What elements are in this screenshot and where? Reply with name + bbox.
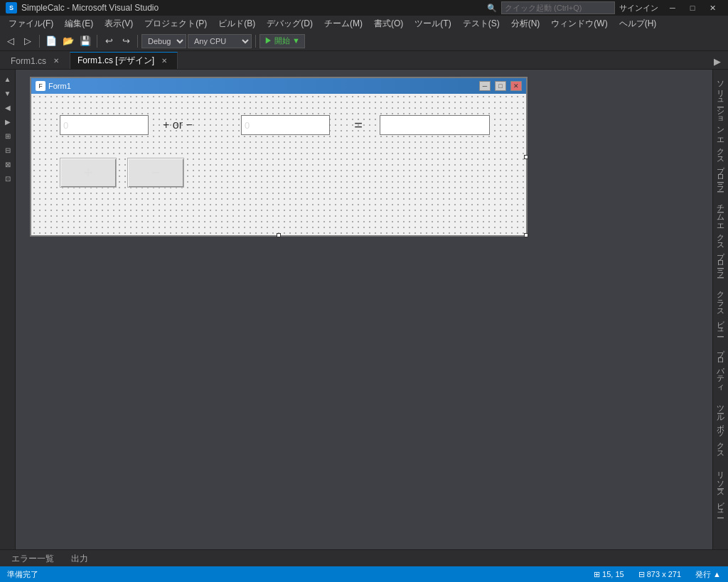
left-rail-btn1[interactable]: ▲ — [1, 72, 14, 85]
menu-item-T[interactable]: ツール(T) — [409, 16, 456, 31]
form-app-icon: F — [36, 81, 46, 91]
textbox1-value: 0 — [63, 120, 68, 131]
form-minimize-btn[interactable]: ─ — [479, 81, 491, 91]
menu-item-W[interactable]: ウィンドウ(W) — [545, 16, 613, 31]
tab-form1cs-design-label: Form1.cs [デザイン] — [77, 55, 154, 67]
toolbar-sep2 — [97, 35, 97, 48]
menu-item-P[interactable]: プロジェクト(P) — [139, 16, 213, 31]
textbox3[interactable] — [380, 115, 490, 135]
menu-item-S[interactable]: テスト(S) — [457, 16, 505, 31]
menu-item-B[interactable]: ビルド(B) — [213, 16, 261, 31]
bottom-tab-errors[interactable]: エラー一覧 — [3, 551, 63, 566]
status-branch[interactable]: 発行 ▲ — [695, 569, 721, 580]
handle-bottom-center[interactable] — [277, 233, 281, 237]
toolbar-sep3 — [137, 35, 138, 48]
textbox1[interactable]: 0 — [60, 115, 149, 135]
textbox2-value: 0 — [245, 120, 250, 131]
right-panel-toolbox[interactable]: ツールボックス — [714, 394, 727, 460]
toolbar-sep1 — [39, 35, 40, 48]
handle-bottom-right[interactable] — [524, 233, 528, 237]
bottom-tabs: エラー一覧 出力 — [0, 549, 728, 566]
toolbar-redo-btn[interactable]: ↪ — [118, 33, 134, 49]
app-icon: S — [6, 2, 17, 14]
app-title: SimpleCalc - Microsoft Visual Studio — [21, 3, 159, 13]
left-rail-btn5[interactable]: ⊞ — [1, 129, 14, 142]
toolbar-save-btn[interactable]: 💾 — [77, 33, 93, 49]
operator-label: + or − — [163, 115, 234, 135]
config-select[interactable]: Debug — [141, 34, 186, 48]
left-rail-btn8[interactable]: ⊡ — [1, 172, 14, 185]
tab-scroll-right[interactable]: ▶ — [710, 53, 725, 69]
tab-form1cs-design-close[interactable]: ✕ — [159, 55, 170, 67]
toolbar-undo-btn[interactable]: ↩ — [101, 33, 117, 49]
status-ready: 準備完了 — [7, 569, 38, 580]
form-body[interactable]: 0 + or − 0 = + — [31, 94, 526, 235]
left-rail-btn7[interactable]: ⊠ — [1, 158, 14, 171]
form-title-text: Form1 — [48, 82, 475, 90]
left-rail-btn2[interactable]: ▼ — [1, 87, 14, 99]
start-button[interactable]: ▶ 開始 ▼ — [259, 34, 305, 48]
close-button[interactable]: ✕ — [702, 0, 722, 16]
tab-bar: Form1.cs ✕ Form1.cs [デザイン] ✕ ▶ — [0, 51, 728, 70]
status-position: ⊞ 15, 15 — [594, 570, 624, 579]
platform-select[interactable]: Any CPU — [188, 34, 252, 48]
menu-item-V[interactable]: 表示(V) — [99, 16, 139, 31]
form-close-btn[interactable]: ✕ — [510, 81, 522, 91]
toolbar-fwd-btn[interactable]: ▷ — [20, 33, 36, 49]
toolbar-open-btn[interactable]: 📂 — [60, 33, 76, 49]
maximize-button[interactable]: □ — [682, 0, 702, 16]
bottom-tab-output[interactable]: 出力 — [63, 551, 97, 566]
menu-items: ファイル(F)編集(E)表示(V)プロジェクト(P)ビルド(B)デバッグ(D)チ… — [3, 16, 662, 31]
right-panel-team[interactable]: チーム エクスプローラー — [714, 193, 727, 279]
menu-item-O[interactable]: 書式(O) — [368, 16, 409, 31]
main-layout: ▲ ▼ ◀ ▶ ⊞ ⊟ ⊠ ⊡ F Form1 ─ □ ✕ 0 — [0, 70, 728, 549]
right-panel-props[interactable]: プロパティ — [714, 338, 727, 394]
minimize-button[interactable]: ─ — [663, 0, 682, 16]
equals-label: = — [344, 115, 373, 135]
right-panel-solution[interactable]: ソリューション エクスプローラー — [714, 70, 727, 193]
menu-item-F[interactable]: ファイル(F) — [3, 16, 59, 31]
tab-form1cs-design[interactable]: Form1.cs [デザイン] ✕ — [70, 52, 178, 69]
left-rail-btn3[interactable]: ◀ — [1, 101, 14, 114]
form-maximize-btn[interactable]: □ — [495, 81, 506, 91]
menu-bar: ファイル(F)編集(E)表示(V)プロジェクト(P)ビルド(B)デバッグ(D)チ… — [0, 16, 728, 31]
toolbar-new-btn[interactable]: 📄 — [43, 33, 59, 49]
tab-form1cs-close[interactable]: ✕ — [50, 55, 62, 67]
title-bar: S SimpleCalc - Microsoft Visual Studio 🔍… — [0, 0, 728, 16]
form-title-bar[interactable]: F Form1 ─ □ ✕ — [31, 78, 526, 94]
right-panels: ソリューション エクスプローラー チーム エクスプローラー クラス ビュー プロ… — [712, 70, 728, 549]
quick-search-icon: 🔍 — [487, 4, 497, 13]
menu-item-E[interactable]: 編集(E) — [59, 16, 99, 31]
designer-area: F Form1 ─ □ ✕ 0 + or − 0 — [16, 70, 712, 549]
left-rail-btn4[interactable]: ▶ — [1, 115, 14, 128]
window-controls: ─ □ ✕ — [663, 0, 722, 16]
toolbar-back-btn[interactable]: ◁ — [3, 33, 18, 49]
menu-item-H[interactable]: ヘルプ(H) — [614, 16, 663, 31]
textbox2[interactable]: 0 — [241, 115, 330, 135]
toolbar: ◁ ▷ 📄 📂 💾 ↩ ↪ Debug Any CPU ▶ 開始 ▼ — [0, 31, 728, 51]
profile-label: サインイン — [619, 3, 658, 14]
handle-right-center[interactable] — [524, 155, 528, 159]
right-panel-7flap[interactable]: リソース ビュー — [714, 460, 727, 519]
plus-button[interactable]: + — [60, 158, 117, 188]
status-bar: 準備完了 ⊞ 15, 15 ⊟ 873 x 271 発行 ▲ — [0, 566, 728, 582]
menu-item-M[interactable]: チーム(M) — [318, 16, 368, 31]
menu-item-D[interactable]: デバッグ(D) — [261, 16, 318, 31]
minus-button[interactable]: − — [127, 158, 184, 188]
tab-form1cs-label: Form1.cs — [11, 56, 46, 66]
toolbar-sep4 — [255, 35, 256, 48]
menu-item-N[interactable]: 分析(N) — [505, 16, 546, 31]
form-window: F Form1 ─ □ ✕ 0 + or − 0 — [30, 77, 528, 237]
left-rail-btn6[interactable]: ⊟ — [1, 144, 14, 156]
quick-search-input[interactable] — [501, 1, 615, 14]
right-panel-class[interactable]: クラス ビュー — [714, 279, 727, 338]
left-rail: ▲ ▼ ◀ ▶ ⊞ ⊟ ⊠ ⊡ — [0, 70, 16, 549]
status-size: ⊟ 873 x 271 — [638, 570, 681, 579]
tab-form1cs[interactable]: Form1.cs ✕ — [3, 52, 70, 69]
